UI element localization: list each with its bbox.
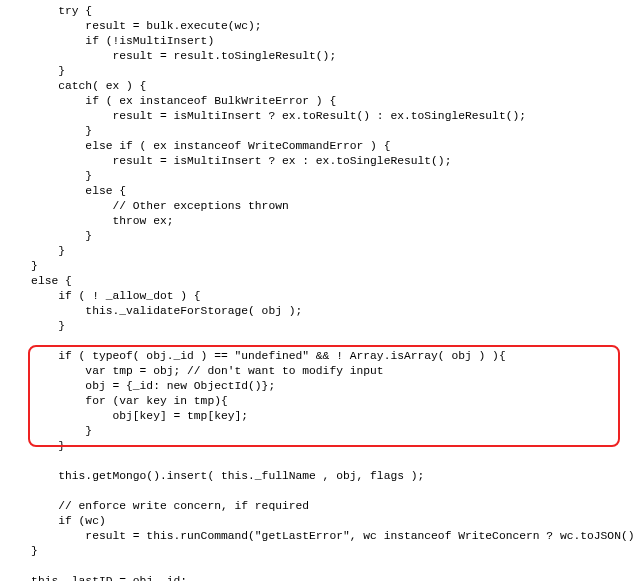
code-line: result = isMultiInsert ? ex : ex.toSingl… [4,155,451,167]
code-line: if (wc) [4,515,106,527]
code-line: } [4,245,65,257]
code-line: for (var key in tmp){ [4,395,228,407]
code-line: } [4,440,65,452]
code-line: obj = {_id: new ObjectId()}; [4,380,275,392]
code-line: else { [4,185,126,197]
code-line: obj[key] = tmp[key]; [4,410,248,422]
code-block: try { result = bulk.execute(wc); if (!is… [0,0,640,581]
code-line: } [4,260,38,272]
code-line: this._validateForStorage( obj ); [4,305,302,317]
code-line: } [4,65,65,77]
code-line: throw ex; [4,215,173,227]
code-line: var tmp = obj; // don't want to modify i… [4,365,384,377]
code-line: else if ( ex instanceof WriteCommandErro… [4,140,390,152]
code-line: if ( ! _allow_dot ) { [4,290,201,302]
code-line: } [4,545,38,557]
code-line: result = isMultiInsert ? ex.toResult() :… [4,110,526,122]
code-line: result = bulk.execute(wc); [4,20,262,32]
code-line: try { [4,5,92,17]
code-line: if (!isMultiInsert) [4,35,214,47]
code-line: if ( typeof( obj._id ) == "undefined" &&… [4,350,506,362]
code-line: this.getMongo().insert( this._fullName ,… [4,470,424,482]
code-line: this._lastID = obj._id; [4,575,187,581]
code-line: // Other exceptions thrown [4,200,289,212]
code-line: } [4,425,92,437]
code-line: } [4,170,92,182]
code-line: } [4,125,92,137]
code-line: result = result.toSingleResult(); [4,50,336,62]
code-line: catch( ex ) { [4,80,146,92]
code-line: // enforce write concern, if required [4,500,309,512]
code-line: if ( ex instanceof BulkWriteError ) { [4,95,336,107]
code-line: else { [4,275,72,287]
code-line: } [4,320,65,332]
code-line: result = this.runCommand("getLastError",… [4,530,640,542]
code-line: } [4,230,92,242]
